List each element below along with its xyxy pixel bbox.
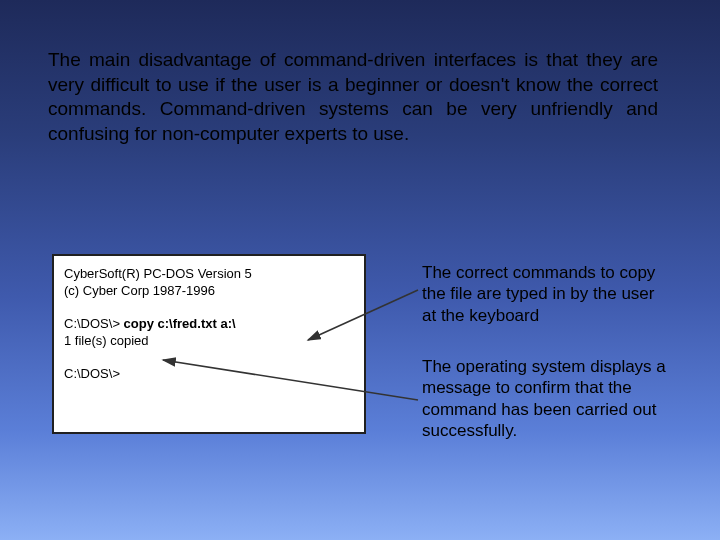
terminal-line-2: (c) Cyber Corp 1987-1996 [64,283,354,298]
terminal-command-line: C:\DOS\> copy c:\fred.txt a:\ [64,316,354,331]
terminal-line-1: CyberSoft(R) PC-DOS Version 5 [64,266,354,281]
terminal-window: CyberSoft(R) PC-DOS Version 5 (c) Cyber … [52,254,366,434]
caption-command: The correct commands to copy the file ar… [422,262,666,326]
caption-response: The operating system displays a message … [422,356,666,441]
terminal-typed-command: copy c:\fred.txt a:\ [124,316,236,331]
terminal-prompt-1: C:\DOS\> [64,316,124,331]
slide: The main disadvantage of command-driven … [0,0,720,540]
terminal-response-line: 1 file(s) copied [64,333,354,348]
intro-paragraph: The main disadvantage of command-driven … [48,48,658,147]
terminal-prompt-2: C:\DOS\> [64,366,354,381]
